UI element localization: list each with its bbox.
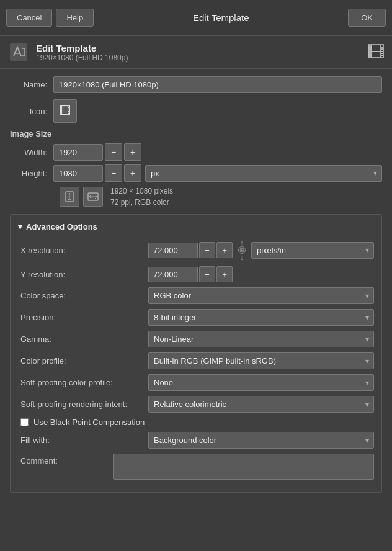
ok-button[interactable]: OK <box>348 9 386 27</box>
color-profile-select[interactable]: Built-in RGB (GIMP built-in sRGB) <box>148 352 374 369</box>
y-resolution-decrease-button[interactable]: − <box>199 266 215 282</box>
fill-with-row: Fill with: Background color Foreground c… <box>18 432 374 449</box>
width-decrease-button[interactable]: − <box>105 143 122 161</box>
gamma-row: Gamma: Non-Linear Linear <box>18 331 374 347</box>
height-decrease-button[interactable]: − <box>105 164 122 182</box>
x-resolution-input[interactable] <box>148 243 198 258</box>
y-resolution-input[interactable] <box>148 267 198 282</box>
fill-with-select[interactable]: Background color Foreground color White … <box>148 432 374 449</box>
comment-row: Comment: <box>18 454 374 480</box>
y-resolution-increase-button[interactable]: + <box>216 266 233 282</box>
precision-label: Precision: <box>18 313 148 322</box>
advanced-options-section: ▾ Advanced Options X resolution: − + ↑ ⊞… <box>10 214 382 493</box>
black-point-row: Use Black Point Compensation <box>18 418 374 427</box>
width-row: Width: − + <box>10 143 382 161</box>
header-title: Edit Template <box>36 43 361 53</box>
header-text: Edit Template 1920×1080 (Full HD 1080p) <box>36 43 361 62</box>
soft-proof-label: Soft-proofing color profile: <box>18 378 148 387</box>
y-resolution-input-group: − + <box>148 266 374 282</box>
gamma-label: Gamma: <box>18 334 148 344</box>
image-size-section: Image Size Width: − + Height: − + px in … <box>10 129 382 208</box>
name-row: Name: <box>10 76 382 93</box>
unit-select[interactable]: px in mm cm % <box>145 165 382 182</box>
y-resolution-row: Y resolution: − + <box>18 266 374 282</box>
x-resolution-label: X resolution: <box>18 246 148 255</box>
x-resolution-row: X resolution: − + ↑ ⊞ ↓ pixels/in pixels… <box>18 239 374 261</box>
toolbar-title: Edit Template <box>97 12 344 23</box>
color-profile-label: Color profile: <box>18 356 148 365</box>
cancel-button[interactable]: Cancel <box>6 9 52 27</box>
rendering-intent-select[interactable]: Perceptual Relative colorimetric Saturat… <box>148 396 374 413</box>
resolution-link-icon: ↑ ⊞ ↓ <box>235 239 249 261</box>
main-content: Name: Icon: 🎞 Image Size Width: − + Heig… <box>0 69 392 500</box>
icon-selector-button[interactable]: 🎞 <box>53 99 77 123</box>
color-space-label: Color space: <box>18 291 148 300</box>
portrait-resize-icon[interactable] <box>60 187 79 207</box>
x-resolution-input-group: − + ↑ ⊞ ↓ pixels/in pixels/mm <box>148 239 374 261</box>
color-space-row: Color space: RGB color Grayscale CMYK <box>18 287 374 304</box>
header-area: Edit Template 1920×1080 (Full HD 1080p) … <box>0 36 392 69</box>
y-resolution-label: Y resolution: <box>18 270 148 279</box>
height-row: Height: − + px in mm cm % <box>10 164 382 182</box>
name-label: Name: <box>10 80 53 89</box>
rendering-intent-label: Soft-proofing rendering intent: <box>18 400 148 409</box>
comment-label: Comment: <box>18 454 113 465</box>
precision-select[interactable]: 8-bit integer 16-bit integer 32-bit floa… <box>148 309 374 326</box>
resize-info-pixels: 1920 × 1080 pixels <box>110 186 173 197</box>
comment-textarea[interactable] <box>113 454 374 480</box>
width-label: Width: <box>10 148 53 157</box>
color-space-select[interactable]: RGB color Grayscale CMYK <box>148 287 374 304</box>
advanced-toggle-label: Advanced Options <box>26 222 97 231</box>
precision-row: Precision: 8-bit integer 16-bit integer … <box>18 309 374 326</box>
resize-info: 1920 × 1080 pixels 72 ppi, RGB color <box>110 186 173 208</box>
icon-row: Icon: 🎞 <box>10 99 382 123</box>
x-resolution-increase-button[interactable]: + <box>216 242 233 258</box>
advanced-toggle-arrow: ▾ <box>18 222 22 231</box>
height-increase-button[interactable]: + <box>124 164 141 182</box>
black-point-label: Use Black Point Compensation <box>33 418 145 427</box>
header-subtitle: 1920×1080 (Full HD 1080p) <box>36 53 361 62</box>
gamma-select[interactable]: Non-Linear Linear <box>148 331 374 347</box>
header-edit-icon <box>7 41 30 63</box>
help-button[interactable]: Help <box>56 9 94 27</box>
advanced-toggle[interactable]: ▾ Advanced Options <box>18 222 374 231</box>
image-size-heading: Image Size <box>10 129 382 138</box>
rendering-intent-row: Soft-proofing rendering intent: Perceptu… <box>18 396 374 413</box>
x-resolution-decrease-button[interactable]: − <box>199 242 215 258</box>
toolbar: Cancel Help Edit Template OK <box>0 0 392 36</box>
soft-proof-select[interactable]: None <box>148 374 374 391</box>
resolution-unit-select[interactable]: pixels/in pixels/mm <box>251 242 374 259</box>
height-label: Height: <box>10 169 53 178</box>
resize-icons-row: 1920 × 1080 pixels 72 ppi, RGB color <box>60 186 382 208</box>
resize-info-dpi: 72 ppi, RGB color <box>110 197 173 208</box>
width-input[interactable] <box>53 144 103 161</box>
color-profile-row: Color profile: Built-in RGB (GIMP built-… <box>18 352 374 369</box>
black-point-checkbox[interactable] <box>20 418 29 426</box>
width-increase-button[interactable]: + <box>124 143 141 161</box>
landscape-resize-icon[interactable] <box>83 187 103 207</box>
header-film-icon: 🎞 <box>367 42 385 63</box>
height-input[interactable] <box>53 165 103 182</box>
icon-label: Icon: <box>10 107 53 116</box>
name-input[interactable] <box>53 76 382 93</box>
fill-with-label: Fill with: <box>18 436 148 445</box>
soft-proof-row: Soft-proofing color profile: None <box>18 374 374 391</box>
